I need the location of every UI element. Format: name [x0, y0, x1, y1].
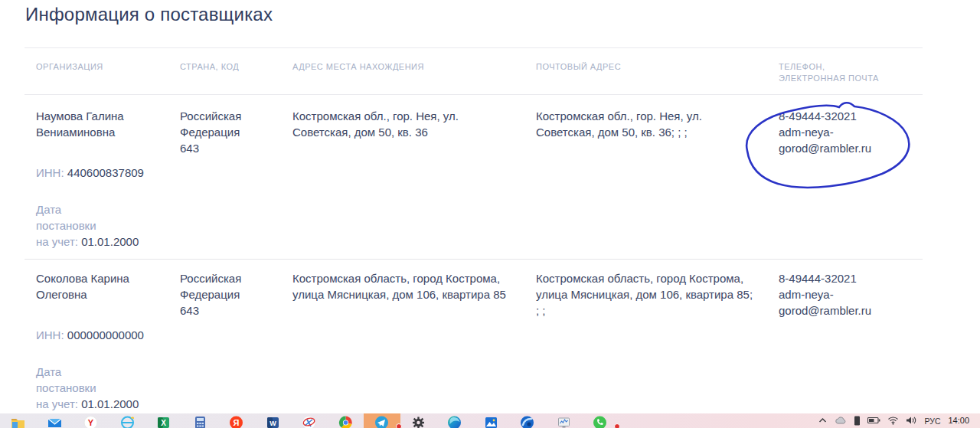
- supplier-inn: ИНН: 440600837809: [36, 165, 155, 181]
- table-row: Соколова Карина Олеговна ИНН: 0000000000…: [24, 270, 923, 412]
- svg-text:Я: Я: [234, 418, 240, 427]
- organization-cell: Наумова Галина Вениаминовна ИНН: 4406008…: [36, 108, 170, 250]
- svg-text:W: W: [270, 420, 276, 427]
- svg-text:X: X: [161, 419, 166, 427]
- wifi-icon[interactable]: [887, 416, 899, 425]
- file-explorer-icon[interactable]: [0, 413, 37, 428]
- taskbar: Y X Я W: [0, 413, 980, 428]
- postal-address-cell: Костромская область, город Кострома, ули…: [536, 270, 769, 412]
- taskbar-icons: Y X Я W: [0, 413, 619, 428]
- tray-chevron-up-icon[interactable]: [818, 416, 828, 426]
- column-header-country: СТРАНА, КОД: [180, 61, 292, 84]
- svg-text:Y: Y: [88, 418, 94, 427]
- country-cell: Российская Федерация 643: [180, 108, 268, 250]
- photos-icon[interactable]: [473, 413, 510, 428]
- column-header-postal: ПОЧТОВЫЙ АДРЕС: [536, 61, 779, 84]
- mail-icon[interactable]: [37, 413, 74, 428]
- onedrive-cloud-icon[interactable]: [835, 416, 847, 426]
- excel-icon[interactable]: X: [145, 413, 182, 428]
- calculator-icon[interactable]: [182, 413, 219, 428]
- battery-icon[interactable]: [867, 416, 880, 425]
- column-header-phone-email: ТЕЛЕФОН, ЭЛЕКТРОННАЯ ПОЧТА: [779, 61, 923, 84]
- settings-gear-icon[interactable]: [400, 413, 437, 428]
- supplier-inn: ИНН: 000000000000: [36, 327, 155, 343]
- browser-blue-icon[interactable]: [509, 413, 546, 428]
- chrome-icon[interactable]: [328, 413, 364, 428]
- organization-cell: Соколова Карина Олеговна ИНН: 0000000000…: [36, 270, 170, 412]
- table-row: Наумова Галина Вениаминовна ИНН: 4406008…: [24, 108, 923, 250]
- telegram-icon[interactable]: [364, 413, 400, 428]
- postal-address-cell: Костромская обл., гор. Нея, ул. Советска…: [536, 108, 769, 250]
- yandex-search-icon[interactable]: Я: [218, 413, 255, 428]
- supplier-phone: 8-49444-32021: [779, 270, 910, 286]
- country-cell: Российская Федерация 643: [180, 270, 268, 412]
- supplier-email: adm-neya-gorod@rambler.ru: [779, 286, 910, 319]
- address-cell: Костромская обл., гор. Нея, ул. Советска…: [292, 108, 526, 250]
- supplier-name: Наумова Галина Вениаминовна: [36, 108, 155, 140]
- edge-icon[interactable]: [436, 413, 473, 428]
- volume-icon[interactable]: [906, 416, 917, 425]
- language-indicator[interactable]: РУС: [924, 416, 940, 426]
- table-header-row: ОРГАНИЗАЦИЯ СТРАНА, КОД АДРЕС МЕСТА НАХО…: [24, 61, 923, 84]
- phone-email-cell: 8-49444-32021 adm-neya-gorod@rambler.ru: [779, 108, 910, 250]
- task-manager-icon[interactable]: [546, 413, 583, 428]
- column-header-address: АДРЕС МЕСТА НАХОЖДЕНИЯ: [292, 61, 536, 84]
- supplier-name: Соколова Карина Олеговна: [36, 270, 155, 302]
- supplier-email: adm-neya-gorod@rambler.ru: [779, 124, 910, 156]
- registration-date: Дата постановки на учет: 01.01.2000: [36, 201, 155, 250]
- clock[interactable]: 14:00: [948, 416, 969, 425]
- table-header-divider: [24, 94, 923, 95]
- yandex-browser-icon[interactable]: Y: [73, 413, 109, 428]
- phone-device-icon[interactable]: [854, 416, 861, 426]
- suppliers-page: Информация о поставщиках ОРГАНИЗАЦИЯ СТР…: [0, 0, 980, 428]
- blocked-app-icon[interactable]: [291, 413, 328, 428]
- whatsapp-notification-badge: [614, 423, 620, 428]
- word-icon[interactable]: W: [255, 413, 292, 428]
- phone-email-cell: 8-49444-32021 adm-neya-gorod@rambler.ru: [779, 270, 910, 412]
- page-title: Информация о поставщиках: [25, 4, 273, 25]
- registration-date: Дата постановки на учет: 01.01.2000: [36, 364, 155, 412]
- supplier-phone: 8-49444-32021: [779, 108, 910, 124]
- column-header-organization: ОРГАНИЗАЦИЯ: [36, 61, 180, 84]
- internet-explorer-icon[interactable]: [109, 413, 146, 428]
- table-top-divider: [24, 47, 923, 48]
- row-divider: [24, 259, 923, 260]
- system-tray: РУС 14:00: [818, 413, 980, 428]
- address-cell: Костромская область, город Кострома, ули…: [292, 270, 526, 412]
- whatsapp-icon[interactable]: [582, 413, 619, 428]
